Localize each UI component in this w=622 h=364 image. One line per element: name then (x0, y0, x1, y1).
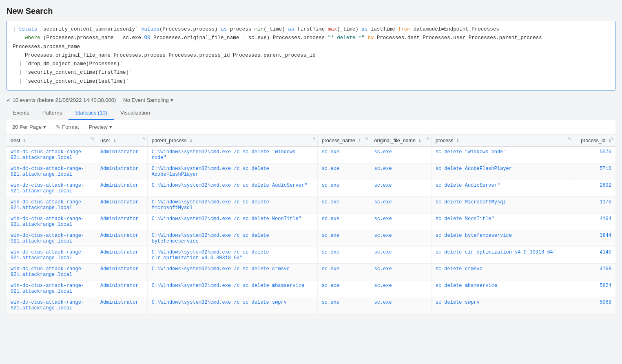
col-header-parent-process[interactable]: parent_process ⇕ ✎ (147, 135, 317, 147)
sampling-dropdown[interactable]: No Event Sampling ▾ (123, 97, 173, 103)
table-cell: win-dc-ctus-attack-range-921.attackrange… (7, 163, 96, 180)
tab-visualization[interactable]: Visualization (114, 106, 157, 120)
query-line-3: Processes.original_file_name Processes.p… (13, 51, 609, 60)
query-pipe: | (13, 26, 19, 32)
table-cell: 4164 (573, 214, 615, 230)
table-cell: 1176 (573, 197, 615, 214)
table-cell: Administrator (96, 180, 147, 197)
table-cell: Administrator (96, 247, 147, 264)
tab-statistics[interactable]: Statistics (10) (69, 106, 114, 120)
table-cell: sc.exe (317, 247, 370, 264)
table-cell: Administrator (96, 197, 147, 214)
col-original-label: original_file_name (374, 138, 416, 143)
table-row: win-dc-ctus-attack-range-921.attackrange… (7, 230, 615, 247)
user-sort-icon[interactable]: ⇕ (113, 139, 116, 143)
col-header-user[interactable]: user ⇕ ✎ (96, 135, 147, 147)
events-count: 10 events (13, 97, 35, 103)
tab-patterns[interactable]: Patterns (36, 106, 69, 120)
col-dest-label: dest (11, 138, 20, 143)
dest-edit-icon[interactable]: ✎ (91, 137, 94, 141)
process-id-edit-icon[interactable]: ✎ (611, 137, 614, 141)
parent-edit-icon[interactable]: ✎ (312, 137, 316, 141)
table-cell: C:\Windows\system32\cmd.exe /c sc delete… (147, 147, 317, 163)
table-cell: sc.exe (317, 197, 370, 214)
table-cell: Administrator (96, 214, 147, 230)
table-cell: 5716 (573, 163, 615, 180)
table-body: win-dc-ctus-attack-range-921.attackrange… (7, 147, 615, 314)
col-header-original-file-name[interactable]: original_file_name ⇕ ✎ (370, 135, 431, 147)
table-cell: sc.exe (370, 197, 431, 214)
table-cell: C:\Windows\system32\cmd.exe /c sc delete… (147, 230, 317, 247)
table-cell: C:\Windows\system32\cmd.exe /c sc delete… (147, 247, 317, 264)
per-page-label: 20 Per Page (12, 124, 42, 130)
table-cell: sc.exe (370, 180, 431, 197)
per-page-button[interactable]: 20 Per Page ▾ (10, 123, 49, 131)
table-cell: sc delete AudioServer" (431, 180, 573, 197)
table-cell: sc delete crmsvc (431, 264, 573, 280)
col-header-dest[interactable]: dest ⇕ ✎ (7, 135, 96, 147)
user-edit-icon[interactable]: ✎ (142, 137, 146, 141)
query-box[interactable]: | tstats `security_content_summariesonly… (7, 21, 615, 90)
sampling-label: No Event Sampling (123, 97, 168, 103)
col-header-process[interactable]: process ⇕ ✎ (431, 135, 573, 147)
events-before: (before 21/06/2022 14:40:38.000) (37, 97, 116, 103)
original-edit-icon[interactable]: ✎ (426, 137, 429, 141)
query-line-5: | `security_content_ctime(firstTime)` (13, 68, 609, 77)
table-cell: sc.exe (317, 297, 370, 314)
query-line-6: | `security_content_ctime(lastTime)` (13, 77, 609, 86)
process-name-edit-icon[interactable]: ✎ (365, 137, 368, 141)
toolbar: 20 Per Page ▾ ✎ Format Preview ▾ (7, 119, 615, 135)
table-cell: Administrator (96, 230, 147, 247)
process-edit-icon[interactable]: ✎ (568, 137, 571, 141)
dest-sort-icon[interactable]: ⇕ (23, 139, 26, 143)
table-cell: sc.exe (370, 297, 431, 314)
col-user-label: user (100, 138, 110, 143)
table-cell: 5068 (573, 297, 615, 314)
table-cell: C:\Windows\system32\cmd.exe /c sc delete… (147, 214, 317, 230)
process-sort-icon[interactable]: ⇕ (456, 139, 459, 143)
col-header-process-name[interactable]: process_name ⇕ ✎ (317, 135, 370, 147)
table-row: win-dc-ctus-attack-range-921.attackrange… (7, 180, 615, 197)
query-tstats: tstats (19, 26, 37, 32)
col-process-id-label: process_id (581, 138, 605, 143)
check-icon: ✓ (7, 97, 11, 103)
table-cell: Administrator (96, 163, 147, 180)
table-cell: sc delete "windows node" (431, 147, 573, 163)
table-row: win-dc-ctus-attack-range-921.attackrange… (7, 147, 615, 163)
table-cell: 4140 (573, 247, 615, 264)
table-cell: sc.exe (370, 247, 431, 264)
query-line-2: where (Processes.process_name = sc.exe O… (13, 34, 609, 51)
results-bar: ✓ 10 events (before 21/06/2022 14:40:38.… (7, 95, 615, 106)
original-sort-icon[interactable]: ⇕ (418, 139, 421, 143)
table-row: win-dc-ctus-attack-range-921.attackrange… (7, 247, 615, 264)
table-cell: Administrator (96, 147, 147, 163)
table-row: win-dc-ctus-attack-range-921.attackrange… (7, 197, 615, 214)
preview-button[interactable]: Preview ▾ (86, 123, 114, 131)
table-cell: win-dc-ctus-attack-range-921.attackrange… (7, 180, 96, 197)
table-cell: Administrator (96, 280, 147, 297)
format-pencil-icon: ✎ (56, 124, 60, 130)
table-cell: sc.exe (370, 214, 431, 230)
table-row: win-dc-ctus-attack-range-921.attackrange… (7, 163, 615, 180)
preview-label: Preview (89, 124, 107, 130)
col-parent-label: parent_process (152, 138, 187, 143)
table-row: win-dc-ctus-attack-range-921.attackrange… (7, 214, 615, 230)
table-cell: sc delete MicrosoftMysql (431, 197, 573, 214)
parent-sort-icon[interactable]: ⇕ (189, 139, 193, 143)
process-name-sort-icon[interactable]: ⇕ (358, 139, 361, 143)
table-cell: C:\Windows\system32\cmd.exe /c sc delete… (147, 280, 317, 297)
table-cell: sc delete clr_optimization_v4.0.30318_64… (431, 247, 573, 264)
table-cell: sc.exe (317, 280, 370, 297)
table-cell: sc.exe (370, 147, 431, 163)
table-cell: 2692 (573, 180, 615, 197)
format-button[interactable]: ✎ Format (53, 123, 81, 131)
tab-events[interactable]: Events (7, 106, 36, 120)
col-header-process-id[interactable]: process_id ⇕ ✎ (573, 135, 615, 147)
results-count: ✓ 10 events (before 21/06/2022 14:40:38.… (7, 97, 116, 103)
table-cell: win-dc-ctus-attack-range-921.attackrange… (7, 280, 96, 297)
table-cell: C:\Windows\system32\cmd.exe /c sc delete… (147, 297, 317, 314)
table-cell: C:\Windows\system32\cmd.exe /c sc delete… (147, 180, 317, 197)
format-label: Format (62, 124, 79, 130)
table-cell: sc delete swprv (431, 297, 573, 314)
table-cell: win-dc-ctus-attack-range-921.attackrange… (7, 247, 96, 264)
